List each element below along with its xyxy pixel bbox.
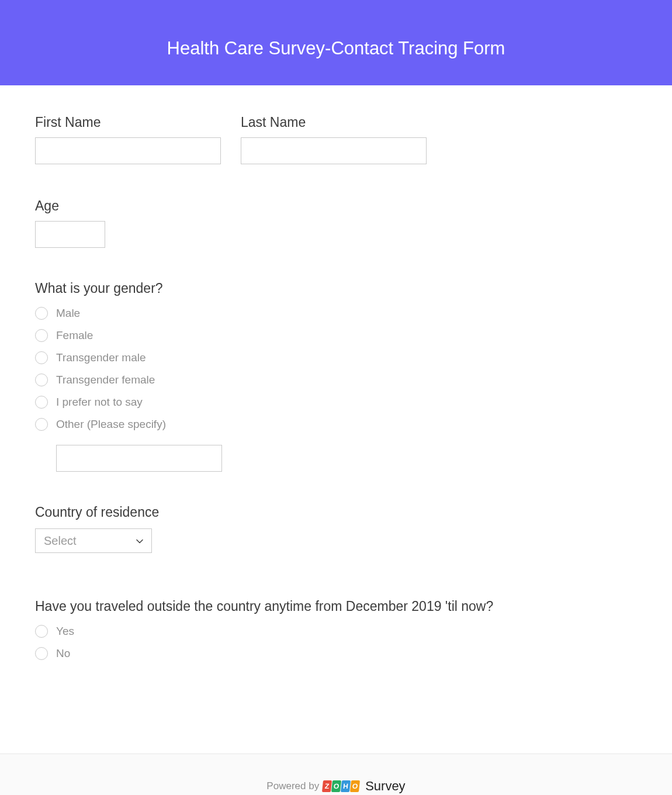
first-name-field-group: First Name <box>35 115 221 164</box>
gender-option-male[interactable]: Male <box>35 307 637 320</box>
select-placeholder: Select <box>44 534 77 548</box>
powered-by-line: Powered by Z O H O Survey <box>0 779 672 794</box>
travel-option-yes[interactable]: Yes <box>35 625 637 638</box>
radio-icon <box>35 625 48 638</box>
gender-option-trans-female[interactable]: Transgender female <box>35 374 637 386</box>
radio-label: I prefer not to say <box>56 396 143 409</box>
travel-option-no[interactable]: No <box>35 647 637 660</box>
survey-header: Health Care Survey-Contact Tracing Form <box>0 0 672 85</box>
radio-icon <box>35 307 48 320</box>
radio-label: Transgender male <box>56 351 146 364</box>
age-label: Age <box>35 198 637 214</box>
radio-label: Female <box>56 329 93 342</box>
travel-label: Have you traveled outside the country an… <box>35 599 637 614</box>
chevron-down-icon <box>136 536 143 545</box>
gender-option-female[interactable]: Female <box>35 329 637 342</box>
travel-section: Have you traveled outside the country an… <box>35 599 637 660</box>
radio-icon <box>35 374 48 386</box>
country-select[interactable]: Select <box>35 528 152 553</box>
gender-option-other[interactable]: Other (Please specify) <box>35 418 637 431</box>
travel-radio-group: Yes No <box>35 625 637 660</box>
form-body: First Name Last Name Age What is your ge… <box>0 85 672 707</box>
country-section: Country of residence Select <box>35 504 637 553</box>
radio-label: Transgender female <box>56 374 155 386</box>
radio-label: Other (Please specify) <box>56 418 166 431</box>
name-row: First Name Last Name <box>35 115 637 164</box>
gender-option-trans-male[interactable]: Transgender male <box>35 351 637 364</box>
age-input[interactable] <box>35 221 105 248</box>
radio-label: Yes <box>56 625 74 638</box>
footer: Powered by Z O H O Survey Create unlimit… <box>0 753 672 795</box>
powered-by-text: Powered by <box>266 780 319 792</box>
radio-icon <box>35 647 48 660</box>
zoho-logo-icon: Z O H O <box>323 780 359 792</box>
radio-icon <box>35 351 48 364</box>
age-section: Age <box>35 198 637 248</box>
last-name-field-group: Last Name <box>241 115 427 164</box>
radio-icon <box>35 418 48 431</box>
radio-label: Male <box>56 307 80 320</box>
country-label: Country of residence <box>35 504 637 520</box>
brand-text: Survey <box>365 779 405 794</box>
gender-other-input[interactable] <box>56 445 222 472</box>
page-title: Health Care Survey-Contact Tracing Form <box>167 38 505 59</box>
radio-icon <box>35 329 48 342</box>
first-name-input[interactable] <box>35 137 221 164</box>
radio-icon <box>35 396 48 409</box>
gender-label: What is your gender? <box>35 281 637 296</box>
gender-option-prefer-not[interactable]: I prefer not to say <box>35 396 637 409</box>
first-name-label: First Name <box>35 115 221 130</box>
radio-label: No <box>56 647 70 660</box>
last-name-input[interactable] <box>241 137 427 164</box>
gender-radio-group: Male Female Transgender male Transgender… <box>35 307 637 472</box>
gender-section: What is your gender? Male Female Transge… <box>35 281 637 472</box>
last-name-label: Last Name <box>241 115 427 130</box>
country-select-wrapper: Select <box>35 528 152 553</box>
